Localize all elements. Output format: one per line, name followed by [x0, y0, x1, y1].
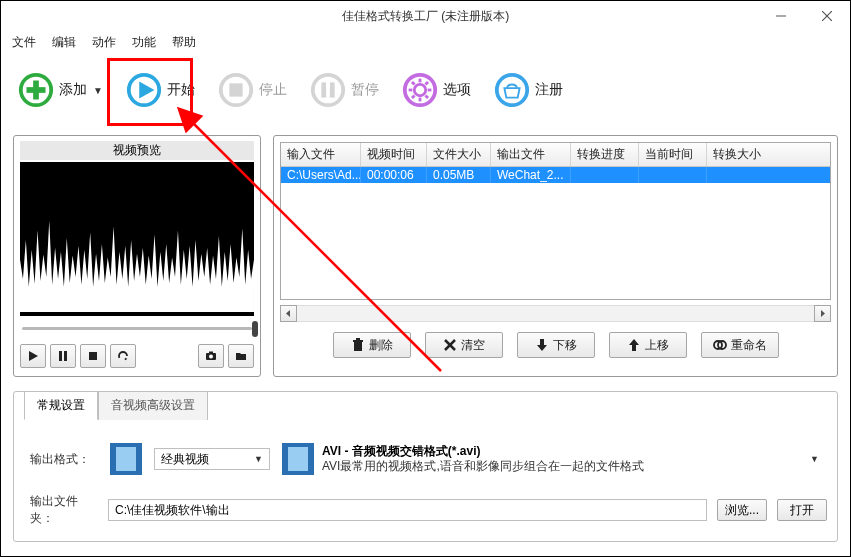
cell-output: WeChat_2...: [491, 167, 571, 183]
svg-point-35: [209, 355, 213, 359]
output-format-row: 输出格式： 经典视频 ▼ AVI - 音频视频交错格式(*.avi) AVI最常…: [24, 441, 827, 477]
stop-button-small[interactable]: [80, 344, 106, 368]
svg-rect-54: [111, 469, 114, 472]
cell-progress: [571, 167, 639, 183]
pause-button[interactable]: [50, 344, 76, 368]
delete-button[interactable]: 删除: [333, 332, 411, 358]
col-duration[interactable]: 视频时间: [361, 143, 427, 166]
window-title: 佳佳格式转换工厂 (未注册版本): [342, 8, 509, 25]
options-label: 选项: [443, 81, 471, 99]
video-preview[interactable]: [20, 162, 254, 316]
svg-rect-32: [64, 351, 67, 361]
delete-label: 删除: [369, 337, 393, 354]
menu-help[interactable]: 帮助: [164, 32, 204, 53]
svg-rect-55: [138, 445, 141, 448]
file-grid[interactable]: 输入文件 视频时间 文件大小 输出文件 转换进度 当前时间 转换大小 C:\Us…: [280, 142, 831, 300]
h-scrollbar[interactable]: [280, 305, 831, 322]
col-time[interactable]: 当前时间: [639, 143, 707, 166]
player-controls: [20, 344, 254, 368]
preset-select[interactable]: 经典视频 ▼: [154, 448, 270, 470]
col-output[interactable]: 输出文件: [491, 143, 571, 166]
start-button[interactable]: 开始: [125, 71, 195, 109]
down-label: 下移: [553, 337, 577, 354]
svg-rect-63: [283, 451, 286, 454]
folder-button[interactable]: [228, 344, 254, 368]
grid-header: 输入文件 视频时间 文件大小 输出文件 转换进度 当前时间 转换大小: [281, 143, 830, 167]
svg-rect-16: [330, 82, 335, 97]
format-desc: AVI最常用的视频格式,语音和影像同步组合在一起的文件格式: [322, 459, 644, 474]
menu-function[interactable]: 功能: [124, 32, 164, 53]
table-row[interactable]: C:\Users\Ad... 00:00:06 0.05MB WeChat_2.…: [281, 167, 830, 183]
svg-rect-0: [776, 16, 786, 17]
preset-value: 经典视频: [161, 451, 209, 468]
svg-rect-41: [356, 338, 360, 340]
snapshot-button[interactable]: [198, 344, 224, 368]
chevron-down-icon: ▼: [254, 454, 263, 464]
chevron-down-icon: ▼: [810, 454, 819, 464]
close-button[interactable]: [804, 1, 850, 31]
rename-button[interactable]: 重命名: [701, 332, 779, 358]
svg-rect-61: [288, 447, 308, 471]
svg-rect-62: [283, 445, 286, 448]
trash-icon: [351, 338, 365, 352]
rename-label: 重命名: [731, 337, 767, 354]
output-format-label: 输出格式：: [24, 451, 98, 468]
clear-button[interactable]: 清空: [425, 332, 503, 358]
svg-rect-58: [138, 463, 141, 466]
minimize-button[interactable]: [758, 1, 804, 31]
svg-rect-66: [283, 469, 286, 472]
menu-edit[interactable]: 编辑: [44, 32, 84, 53]
play-button[interactable]: [20, 344, 46, 368]
menu-file[interactable]: 文件: [4, 32, 44, 53]
down-button[interactable]: 下移: [517, 332, 595, 358]
menu-action[interactable]: 动作: [84, 32, 124, 53]
arrow-up-icon: [627, 338, 641, 352]
svg-rect-71: [310, 469, 313, 472]
arrow-down-icon: [535, 338, 549, 352]
svg-rect-31: [59, 351, 62, 361]
scroll-right-icon[interactable]: [814, 305, 831, 322]
col-progress[interactable]: 转换进度: [571, 143, 639, 166]
window-controls: [758, 1, 850, 31]
up-button[interactable]: 上移: [609, 332, 687, 358]
format-select[interactable]: AVI - 音频视频交错格式(*.avi) AVI最常用的视频格式,语音和影像同…: [280, 441, 827, 477]
svg-rect-70: [310, 463, 313, 466]
svg-rect-33: [89, 352, 97, 360]
loop-button[interactable]: [110, 344, 136, 368]
tab-general[interactable]: 常规设置: [24, 391, 98, 420]
svg-rect-57: [138, 457, 141, 460]
tab-advanced[interactable]: 音视频高级设置: [98, 391, 208, 420]
svg-point-29: [499, 77, 526, 104]
col-input[interactable]: 输入文件: [281, 143, 361, 166]
pause-label: 暂停: [351, 81, 379, 99]
options-button[interactable]: 选项: [401, 71, 471, 109]
svg-marker-44: [537, 339, 547, 351]
cell-input: C:\Users\Ad...: [281, 167, 361, 183]
cell-size: 0.05MB: [427, 167, 491, 183]
svg-rect-50: [111, 445, 114, 448]
open-button[interactable]: 打开: [777, 499, 827, 521]
svg-marker-37: [286, 310, 290, 317]
output-folder-row: 输出文件夹： 浏览... 打开: [24, 493, 827, 527]
svg-rect-65: [283, 463, 286, 466]
add-label: 添加: [59, 81, 87, 99]
add-button[interactable]: 添加▼: [17, 71, 103, 109]
scroll-left-icon[interactable]: [280, 305, 297, 322]
col-size[interactable]: 文件大小: [427, 143, 491, 166]
col-outsize[interactable]: 转换大小: [707, 143, 779, 166]
svg-rect-15: [321, 82, 326, 97]
svg-marker-45: [629, 339, 639, 351]
output-folder-input[interactable]: [108, 499, 707, 521]
cell-time: [639, 167, 707, 183]
browse-button[interactable]: 浏览...: [717, 499, 767, 521]
svg-rect-64: [283, 457, 286, 460]
svg-rect-51: [111, 451, 114, 454]
list-actions: 删除 清空 下移 上移 重命名: [280, 332, 831, 358]
settings-tabs: 常规设置 音视频高级设置: [24, 391, 827, 420]
x-icon: [443, 338, 457, 352]
seek-slider[interactable]: [20, 319, 254, 339]
register-button[interactable]: 注册: [493, 71, 563, 109]
cell-duration: 00:00:06: [361, 167, 427, 183]
stop-button[interactable]: 停止: [217, 71, 287, 109]
pause-button[interactable]: 暂停: [309, 71, 379, 109]
